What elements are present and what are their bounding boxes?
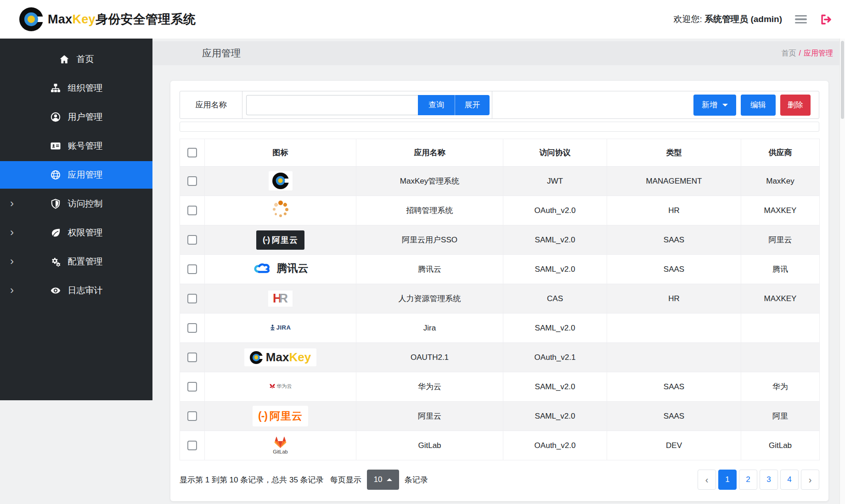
tencent-cloud-logo-icon: 腾讯云 [253,261,309,275]
sidebar-menu: 首页组织管理用户管理账号管理应用管理›访问控制›权限管理›配置管理›日志审计 [0,39,152,400]
app-name-cell: OAUTH2.1 [356,343,503,372]
type-cell: SAAS [607,225,741,255]
table-row: (-)阿里云阿里云SAML_v2.0SAAS阿里 [180,402,820,431]
pagination-prev[interactable]: ‹ [698,470,716,490]
protocol-cell: OAuth_v2.1 [503,343,607,372]
sidebar-item-home[interactable]: 首页 [0,45,152,73]
vendor-cell: MaxKey [741,167,820,196]
table-row: 腾讯云腾讯云SAML_v2.0SAAS腾讯 [180,255,820,284]
app-name-cell: 阿里云用户SSO [356,225,503,255]
sidebar-item-user-circle[interactable]: 用户管理 [0,103,152,131]
maxkey-logo-icon [19,7,43,31]
protocol-cell: SAML_v2.0 [503,225,607,255]
type-cell [607,343,741,372]
chevron-right-icon: › [10,285,14,296]
table-header-row: 图标 应用名称 访问协议 类型 供应商 [180,139,820,167]
table-row: 华为云华为云SAML_v2.0SAAS华为 [180,372,820,402]
type-cell: SAAS [607,402,741,431]
table-row: GitLabGitLabOAuth_v2.0DEVGitLab [180,431,820,460]
row-checkbox[interactable] [187,411,197,421]
brand: MaxKey身份安全管理系统 [19,7,196,31]
app-name-cell: MaxKey管理系统 [356,167,503,196]
sidebar-item-shield[interactable]: ›访问控制 [0,190,152,218]
chevron-right-icon: › [10,256,14,267]
sidebar-item-eye[interactable]: ›日志审计 [0,277,152,304]
add-button[interactable]: 新增 [693,95,736,116]
huawei-cloud-logo-icon: 华为云 [269,383,292,390]
vendor-cell: 阿里云 [741,225,820,255]
select-all-checkbox[interactable] [187,148,197,157]
per-page-suffix: 条记录 [405,475,428,485]
globe-icon [50,169,61,180]
protocol-cell: JWT [503,167,607,196]
table-row: MaxKey管理系统JWTMANAGEMENTMaxKey [180,167,820,196]
maxkey-wordmark-icon: MaxKey [244,348,316,366]
pagination-page-2[interactable]: 2 [739,470,757,490]
cogs-icon [50,256,61,267]
top-header: MaxKey身份安全管理系统 欢迎您: 系统管理员 (admin) [0,0,845,39]
column-header-icon: 图标 [205,139,356,167]
pagination-page-1[interactable]: 1 [718,470,737,490]
breadcrumb-home[interactable]: 首页 [782,49,796,57]
type-cell: MANAGEMENT [607,167,741,196]
eye-icon [50,285,61,296]
leaf-icon [50,227,61,238]
app-name-cell: 华为云 [356,372,503,402]
content-card: 应用名称 查询 展开 新增 编辑 删除 图标 应用名称 [170,81,828,501]
protocol-cell: SAML_v2.0 [503,314,607,343]
sidebar-item-globe[interactable]: 应用管理 [0,161,152,189]
user-circle-icon [50,112,61,123]
type-cell: HR [607,284,741,314]
row-checkbox[interactable] [187,441,197,450]
type-cell: SAAS [607,372,741,402]
row-checkbox[interactable] [187,235,197,245]
table-row: HR人力资源管理系统CASHRMAXKEY [180,284,820,314]
app-name-cell: 腾讯云 [356,255,503,284]
row-checkbox[interactable] [187,323,197,333]
app-name-input[interactable] [246,95,418,115]
brand-title: MaxKey身份安全管理系统 [48,11,196,28]
protocol-cell: SAML_v2.0 [503,255,607,284]
delete-button[interactable]: 删除 [780,95,811,116]
column-header-protocol: 访问协议 [503,139,607,167]
pagination-page-4[interactable]: 4 [780,470,799,490]
pagination: ‹1234› [698,470,819,490]
query-button[interactable]: 查询 [418,95,455,115]
sidebar-item-cogs[interactable]: ›配置管理 [0,248,152,275]
table-row: (-)阿里云阿里云用户SSOSAML_v2.0SAAS阿里云 [180,225,820,255]
id-card-icon [50,140,61,151]
app-name-cell: 招聘管理系统 [356,196,503,225]
advanced-search-collapsed-panel [180,122,819,132]
breadcrumb-separator: / [799,49,801,57]
sign-out-icon[interactable] [820,13,832,26]
pagination-next[interactable]: › [801,470,819,490]
caret-down-icon [722,104,728,109]
row-checkbox[interactable] [187,294,197,303]
table-row: JIRAJiraSAML_v2.0 [180,314,820,343]
filter-search-group: 应用名称 查询 展开 [180,91,492,118]
breadcrumb: 首页/应用管理 [782,49,833,58]
hamburger-menu-icon[interactable] [795,15,807,24]
row-checkbox[interactable] [187,382,197,392]
edit-button[interactable]: 编辑 [741,95,776,116]
scrollbar-thumb[interactable] [841,41,844,119]
sidebar-item-leaf[interactable]: ›权限管理 [0,219,152,246]
expand-button[interactable]: 展开 [455,95,490,115]
app-name-cell: 阿里云 [356,402,503,431]
row-checkbox[interactable] [187,264,197,274]
row-checkbox[interactable] [187,176,197,186]
vendor-cell [741,343,820,372]
aliyun-dark-logo-icon: (-)阿里云 [256,230,304,250]
sidebar-item-sitemap[interactable]: 组织管理 [0,74,152,102]
sidebar-item-id-card[interactable]: 账号管理 [0,132,152,160]
column-header-type: 类型 [607,139,741,167]
row-checkbox[interactable] [187,206,197,215]
protocol-cell: CAS [503,284,607,314]
sitemap-icon [50,83,61,94]
scrollbar[interactable] [839,39,845,504]
apps-table-body: MaxKey管理系统JWTMANAGEMENTMaxKey招聘管理系统OAuth… [180,167,820,460]
row-checkbox[interactable] [187,353,197,362]
vendor-cell: MAXKEY [741,284,820,314]
pagination-page-3[interactable]: 3 [760,470,778,490]
page-size-dropdown[interactable]: 10 [367,470,399,490]
